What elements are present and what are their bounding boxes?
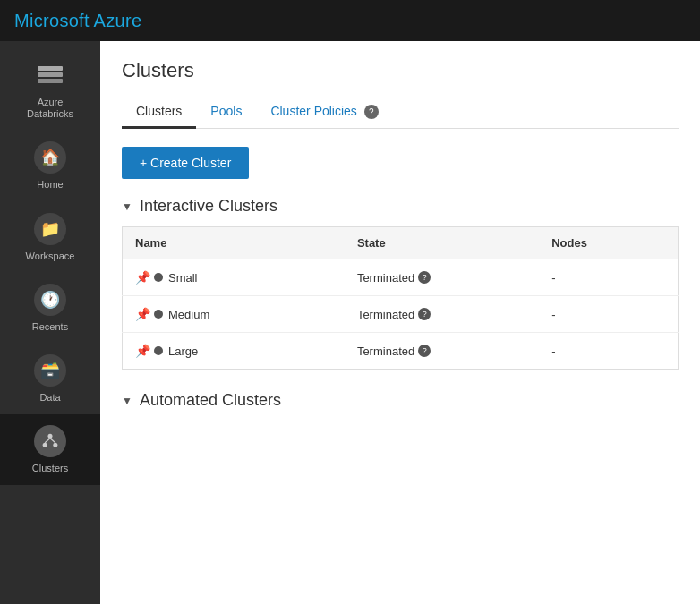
table-row[interactable]: 📌 Large Terminated ? - bbox=[123, 333, 679, 370]
status-dot-icon bbox=[154, 310, 163, 319]
status-dot-icon bbox=[154, 346, 163, 355]
pin-icon: 📌 bbox=[135, 270, 150, 285]
sidebar-item-label-clusters: Clusters bbox=[32, 463, 68, 474]
col-header-state: State bbox=[345, 227, 539, 259]
sidebar-item-data[interactable]: 🗃️ Data bbox=[0, 344, 100, 414]
pin-icon: 📌 bbox=[135, 344, 150, 358]
state-help-icon: ? bbox=[418, 308, 431, 320]
cluster-name: Medium bbox=[168, 308, 209, 321]
svg-point-4 bbox=[43, 443, 47, 447]
sidebar-item-azure-databricks[interactable]: AzureDatabricks bbox=[0, 48, 100, 131]
layers-icon bbox=[34, 59, 66, 91]
table-row[interactable]: 📌 Medium Terminated ? - bbox=[123, 296, 679, 333]
pin-icon: 📌 bbox=[135, 307, 150, 321]
svg-point-5 bbox=[53, 443, 57, 447]
state-help-icon: ? bbox=[418, 345, 431, 357]
svg-line-6 bbox=[45, 438, 50, 443]
automated-clusters-section-header[interactable]: ▼ Automated Clusters bbox=[122, 391, 679, 410]
interactive-clusters-arrow-icon: ▼ bbox=[122, 200, 132, 213]
app-title: Microsoft Azure bbox=[14, 11, 141, 31]
cluster-policies-help-icon: ? bbox=[364, 105, 379, 119]
top-bar: Microsoft Azure bbox=[0, 0, 700, 41]
cluster-name: Small bbox=[168, 271, 198, 285]
svg-rect-0 bbox=[38, 79, 63, 83]
interactive-clusters-section-header[interactable]: ▼ Interactive Clusters bbox=[122, 197, 679, 216]
sidebar-item-label-data: Data bbox=[39, 392, 60, 404]
cluster-state: Terminated bbox=[357, 271, 414, 285]
main-layout: AzureDatabricks 🏠 Home 📁 Workspace 🕐 Rec… bbox=[0, 41, 700, 604]
svg-rect-2 bbox=[38, 66, 63, 71]
tabs-bar: Clusters Pools Cluster Policies ? bbox=[122, 97, 679, 129]
page-title: Clusters bbox=[122, 59, 679, 82]
clock-icon: 🕐 bbox=[34, 284, 66, 316]
clusters-icon bbox=[34, 425, 66, 457]
sidebar-item-label-workspace: Workspace bbox=[26, 251, 75, 262]
table-row[interactable]: 📌 Small Terminated ? - bbox=[123, 259, 679, 296]
svg-point-3 bbox=[48, 434, 53, 438]
automated-clusters-title: Automated Clusters bbox=[140, 391, 281, 410]
tab-clusters[interactable]: Clusters bbox=[122, 97, 196, 129]
cluster-nodes: - bbox=[539, 259, 678, 296]
col-header-name: Name bbox=[123, 227, 345, 259]
svg-line-7 bbox=[50, 438, 55, 443]
status-dot-icon bbox=[154, 273, 163, 282]
interactive-clusters-table: Name State Nodes 📌 Small bbox=[122, 226, 679, 370]
tab-cluster-policies[interactable]: Cluster Policies ? bbox=[256, 97, 392, 129]
cluster-nodes: - bbox=[539, 333, 678, 370]
col-header-nodes: Nodes bbox=[539, 227, 678, 259]
cluster-state: Terminated bbox=[357, 308, 414, 321]
sidebar-item-label-recents: Recents bbox=[32, 321, 68, 333]
state-help-icon: ? bbox=[418, 271, 431, 284]
content-area: Clusters Clusters Pools Cluster Policies… bbox=[100, 41, 700, 604]
cluster-state: Terminated bbox=[357, 345, 414, 358]
automated-clusters-arrow-icon: ▼ bbox=[122, 395, 132, 407]
sidebar-item-workspace[interactable]: 📁 Workspace bbox=[0, 202, 100, 273]
sidebar: AzureDatabricks 🏠 Home 📁 Workspace 🕐 Rec… bbox=[0, 41, 100, 604]
home-icon: 🏠 bbox=[34, 141, 66, 174]
sidebar-item-label-azure-databricks: AzureDatabricks bbox=[27, 97, 73, 120]
database-icon: 🗃️ bbox=[34, 354, 66, 387]
svg-rect-1 bbox=[38, 72, 63, 77]
cluster-name: Large bbox=[168, 345, 198, 358]
tab-pools[interactable]: Pools bbox=[196, 97, 256, 129]
cluster-nodes: - bbox=[539, 296, 678, 333]
folder-icon: 📁 bbox=[34, 213, 66, 245]
create-cluster-button[interactable]: + Create Cluster bbox=[122, 147, 249, 179]
sidebar-item-label-home: Home bbox=[37, 179, 63, 191]
sidebar-item-recents[interactable]: 🕐 Recents bbox=[0, 273, 100, 344]
sidebar-item-home[interactable]: 🏠 Home bbox=[0, 131, 100, 201]
sidebar-item-clusters[interactable]: Clusters bbox=[0, 414, 100, 485]
interactive-clusters-title: Interactive Clusters bbox=[140, 197, 277, 216]
